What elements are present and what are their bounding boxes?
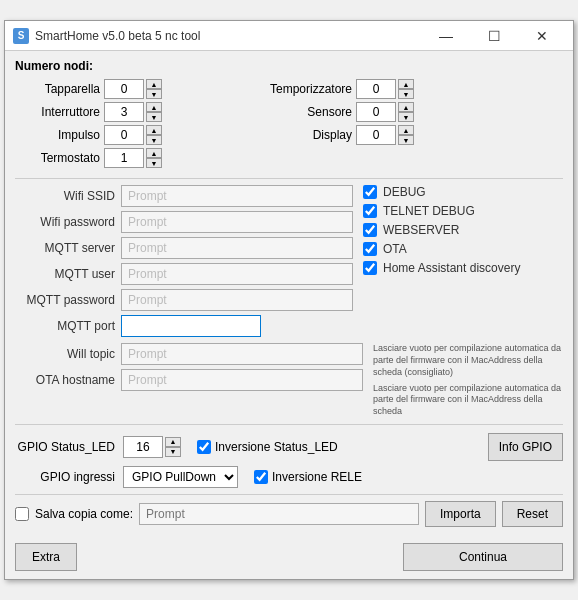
inversione-status-led-checkbox[interactable] — [197, 440, 211, 454]
nodi-col-right: Temporizzatore ▲ ▼ Sensore ▲ — [242, 79, 414, 168]
interruttore-up-button[interactable]: ▲ — [146, 102, 162, 112]
reset-button[interactable]: Reset — [502, 501, 563, 527]
maximize-button[interactable]: ☐ — [471, 21, 517, 51]
importa-button[interactable]: Importa — [425, 501, 496, 527]
impulso-input[interactable] — [104, 125, 144, 145]
minimize-button[interactable]: — — [423, 21, 469, 51]
mqtt-password-input[interactable] — [121, 289, 353, 311]
telnet-debug-checkbox[interactable] — [363, 204, 377, 218]
titlebar-left: S SmartHome v5.0 beta 5 nc tool — [13, 28, 200, 44]
will-ota-section: Will topic OTA hostname Lasciare vuoto p… — [15, 343, 563, 417]
sensore-label: Sensore — [242, 105, 352, 119]
nodi-sensore-row: Sensore ▲ ▼ — [242, 102, 414, 122]
salva-input[interactable] — [139, 503, 419, 525]
temporizzatore-down-button[interactable]: ▼ — [398, 89, 414, 99]
close-button[interactable]: ✕ — [519, 21, 565, 51]
gpio-status-led-spinner-buttons: ▲ ▼ — [165, 437, 181, 457]
display-up-button[interactable]: ▲ — [398, 125, 414, 135]
display-input[interactable] — [356, 125, 396, 145]
webserver-checkbox[interactable] — [363, 223, 377, 237]
termostato-input[interactable] — [104, 148, 144, 168]
will-topic-row: Will topic — [15, 343, 363, 365]
display-label: Display — [242, 128, 352, 142]
tapparella-label: Tapparella — [15, 82, 100, 96]
content-area: Numero nodi: Tapparella ▲ ▼ Interruttore — [5, 51, 573, 542]
webserver-label: WEBSERVER — [383, 223, 459, 237]
impulso-up-button[interactable]: ▲ — [146, 125, 162, 135]
inversione-status-led-label: Inversione Status_LED — [215, 440, 338, 454]
extra-button[interactable]: Extra — [15, 543, 77, 571]
mqtt-user-input[interactable] — [121, 263, 353, 285]
gpio-ingressi-row: GPIO ingressi GPIO PullDown GPIO PullUp … — [15, 466, 563, 488]
will-topic-label: Will topic — [15, 347, 115, 361]
tapparella-input[interactable] — [104, 79, 144, 99]
sensore-up-button[interactable]: ▲ — [398, 102, 414, 112]
temporizzatore-up-button[interactable]: ▲ — [398, 79, 414, 89]
salva-label: Salva copia come: — [35, 507, 133, 521]
wifi-password-input[interactable] — [121, 211, 353, 233]
inversione-rele-label: Inversione RELE — [272, 470, 362, 484]
main-window: S SmartHome v5.0 beta 5 nc tool — ☐ ✕ Nu… — [4, 20, 574, 579]
temporizzatore-spinner: ▲ ▼ — [356, 79, 414, 99]
mqtt-port-input[interactable] — [121, 315, 261, 337]
ota-note: Lasciare vuoto per compilazione automati… — [373, 383, 563, 418]
nodi-tapparella-row: Tapparella ▲ ▼ — [15, 79, 162, 99]
nodi-interruttore-row: Interruttore ▲ ▼ — [15, 102, 162, 122]
info-gpio-button[interactable]: Info GPIO — [488, 433, 563, 461]
termostato-spinner: ▲ ▼ — [104, 148, 162, 168]
app-icon: S — [13, 28, 29, 44]
debug-label: DEBUG — [383, 185, 426, 199]
tapparella-spinner: ▲ ▼ — [104, 79, 162, 99]
impulso-spinner: ▲ ▼ — [104, 125, 162, 145]
wifi-ssid-row: Wifi SSID — [15, 185, 353, 207]
nodi-grid: Tapparella ▲ ▼ Interruttore ▲ — [15, 79, 563, 168]
continua-button[interactable]: Continua — [403, 543, 563, 571]
gpio-status-led-up-button[interactable]: ▲ — [165, 437, 181, 447]
tapparella-up-button[interactable]: ▲ — [146, 79, 162, 89]
will-ota-left: Will topic OTA hostname — [15, 343, 363, 417]
termostato-label: Termostato — [15, 151, 100, 165]
tapparella-down-button[interactable]: ▼ — [146, 89, 162, 99]
termostato-up-button[interactable]: ▲ — [146, 148, 162, 158]
gpio-status-led-down-button[interactable]: ▼ — [165, 447, 181, 457]
debug-checkbox[interactable] — [363, 185, 377, 199]
sensore-input[interactable] — [356, 102, 396, 122]
ota-hostname-label: OTA hostname — [15, 373, 115, 387]
form-right: DEBUG TELNET DEBUG WEBSERVER OTA — [363, 185, 563, 341]
wifi-ssid-input[interactable] — [121, 185, 353, 207]
will-topic-input[interactable] — [121, 343, 363, 365]
gpio-status-led-label: GPIO Status_LED — [15, 440, 115, 454]
display-down-button[interactable]: ▼ — [398, 135, 414, 145]
ota-hostname-input[interactable] — [121, 369, 363, 391]
home-assistant-checkbox[interactable] — [363, 261, 377, 275]
mqtt-server-input[interactable] — [121, 237, 353, 259]
temporizzatore-input[interactable] — [356, 79, 396, 99]
nodi-display-row: Display ▲ ▼ — [242, 125, 414, 145]
nodi-temporizzatore-row: Temporizzatore ▲ ▼ — [242, 79, 414, 99]
ota-checkbox[interactable] — [363, 242, 377, 256]
mqtt-user-label: MQTT user — [15, 267, 115, 281]
gpio-ingressi-select[interactable]: GPIO PullDown GPIO PullUp GPIO Float — [123, 466, 238, 488]
mqtt-port-row: MQTT port — [15, 315, 353, 337]
temporizzatore-label: Temporizzatore — [242, 82, 352, 96]
separator-1 — [15, 178, 563, 179]
mqtt-password-label: MQTT password — [15, 293, 115, 307]
gpio-area: GPIO Status_LED ▲ ▼ Inversione Status_LE… — [15, 433, 563, 488]
sensore-down-button[interactable]: ▼ — [398, 112, 414, 122]
impulso-down-button[interactable]: ▼ — [146, 135, 162, 145]
gpio-status-led-row: GPIO Status_LED ▲ ▼ Inversione Status_LE… — [15, 433, 563, 461]
salva-checkbox[interactable] — [15, 507, 29, 521]
termostato-down-button[interactable]: ▼ — [146, 158, 162, 168]
debug-checkbox-row: DEBUG — [363, 185, 563, 199]
inversione-rele-checkbox[interactable] — [254, 470, 268, 484]
impulso-label: Impulso — [15, 128, 100, 142]
gpio-status-led-input[interactable] — [123, 436, 163, 458]
interruttore-down-button[interactable]: ▼ — [146, 112, 162, 122]
interruttore-input[interactable] — [104, 102, 144, 122]
mqtt-user-row: MQTT user — [15, 263, 353, 285]
display-spinner-buttons: ▲ ▼ — [398, 125, 414, 145]
inversione-rele-check-row: Inversione RELE — [254, 470, 362, 484]
ota-checkbox-row: OTA — [363, 242, 563, 256]
mqtt-port-label: MQTT port — [15, 319, 115, 333]
mqtt-server-label: MQTT server — [15, 241, 115, 255]
